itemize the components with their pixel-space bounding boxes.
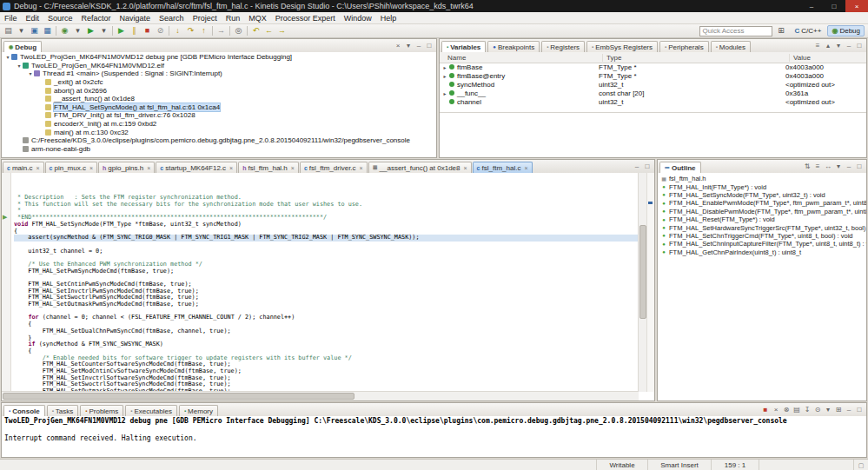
outline-item[interactable]: ● FTM_HAL_DisablePwmMode(FTM_Type*, ftm_… xyxy=(658,208,866,215)
ftmBase@entry[interactable]: ▸ ftmBase@entry FTM_Type * 0x4003a000 xyxy=(440,71,866,80)
outline-item[interactable]: ● FTM_HAL_Reset(FTM_Type*) : void xyxy=(658,215,866,223)
terminate-icon[interactable]: ■ xyxy=(141,25,154,36)
open-perspective-button[interactable]: ⊞ xyxy=(775,25,788,36)
channel[interactable]: channel uint32_t <optimized out> xyxy=(440,97,866,106)
collapse-all-icon[interactable]: ▴ xyxy=(823,42,833,50)
menu-item[interactable]: Processor Expert xyxy=(271,14,340,23)
column-name[interactable]: Name xyxy=(444,54,603,62)
forward-icon[interactable]: → xyxy=(275,25,288,36)
menu-item[interactable]: Help xyxy=(376,14,401,23)
run-icon[interactable]: ▶ xyxy=(84,25,97,36)
pin-console-icon[interactable]: ⊙ xyxy=(812,406,823,414)
view-menu-icon[interactable]: ▾ xyxy=(833,162,844,170)
menu-item[interactable]: File xyxy=(0,14,22,23)
progress-status-icon[interactable]: ▢ xyxy=(853,460,868,470)
editor-tab[interactable]: c pin_mux.c × xyxy=(45,162,97,173)
quick-access-input[interactable]: Quick Access xyxy=(699,26,772,36)
column-value[interactable]: Value xyxy=(790,54,866,62)
twisty-icon[interactable]: ▸ xyxy=(441,90,448,96)
maximize-button[interactable]: □ xyxy=(823,0,845,12)
view-tab[interactable]: ▪Tasks xyxy=(47,405,79,416)
suspend-icon[interactable]: ∥ xyxy=(128,25,141,36)
view-tab[interactable]: ▪Variables xyxy=(441,41,486,52)
debug-tree-item[interactable]: ▾ TwoLED_ProjGen_MK64FN1M0VMD12.elf xyxy=(2,62,436,70)
close-tab-icon[interactable]: × xyxy=(229,165,233,171)
debug-tree-item[interactable]: FTM_DRV_Init() at fsl_ftm_driver.c:76 0x… xyxy=(2,111,436,120)
editor-tab[interactable]: c fsl_ftm_hal.c × xyxy=(473,162,533,173)
minimize-icon[interactable]: – xyxy=(844,406,854,414)
save-all-icon[interactable]: ▦ xyxy=(41,25,54,36)
code-editor[interactable]: ▶ * Description : Sets the FTM register … xyxy=(2,173,654,400)
menu-item[interactable]: MQX xyxy=(244,14,271,23)
menu-item[interactable]: Window xyxy=(340,14,376,23)
console-output[interactable]: TwoLED_ProjGen_MK64FN1M0VMD12 debug pne … xyxy=(2,416,866,457)
close-tab-icon[interactable]: × xyxy=(524,165,527,171)
minimize-icon[interactable]: – xyxy=(844,42,854,50)
view-tab[interactable]: ▪Modules xyxy=(711,41,751,52)
minimize-icon[interactable]: – xyxy=(844,162,854,170)
view-tab[interactable]: ▪EmbSys Registers xyxy=(586,41,658,52)
minimize-icon[interactable]: – xyxy=(414,42,424,50)
twisty-icon[interactable]: ▸ xyxy=(441,73,448,79)
outline-item[interactable]: ▦ fsl_ftm_hal.h xyxy=(658,175,866,182)
resume-icon[interactable]: ▶ xyxy=(115,25,128,36)
maximize-icon[interactable]: □ xyxy=(854,162,865,170)
search-icon[interactable]: ◎ xyxy=(232,25,245,36)
editor-tab[interactable]: c fsl_ftm_driver.c × xyxy=(300,162,368,173)
back-icon[interactable]: ← xyxy=(262,25,275,36)
remove-all-terminated-icon[interactable]: × xyxy=(393,42,403,50)
remove-all-launches-icon[interactable]: ⊗ xyxy=(781,406,792,414)
editor-minimize-icon[interactable]: – xyxy=(632,162,642,170)
scrollbar-thumb[interactable] xyxy=(3,393,354,400)
menu-item[interactable]: Project xyxy=(189,14,222,23)
link-editor-icon[interactable]: ↔ xyxy=(823,162,833,170)
terminate-icon[interactable]: ■ xyxy=(760,406,771,414)
remove-launch-icon[interactable]: × xyxy=(771,406,781,414)
step-into-icon[interactable]: ↓ xyxy=(171,25,184,36)
new-dropdown-icon[interactable]: ▾ xyxy=(15,25,28,36)
editor-horizontal-scrollbar[interactable] xyxy=(2,391,639,400)
outline-item[interactable]: ● FTM_HAL_SetChnTriggerCmd(FTM_Type*, ui… xyxy=(658,232,866,240)
tab-outline[interactable]: ≔ Outline xyxy=(659,162,701,173)
view-tab[interactable]: ▪Peripherals xyxy=(659,41,709,52)
twisty-icon[interactable]: ▸ xyxy=(441,64,448,70)
debug-tree-item[interactable]: encoderX_Init() at m.c:159 0xbd2 xyxy=(2,120,436,129)
view-tab[interactable]: ▪Registers xyxy=(541,41,585,52)
menu-item[interactable]: Search xyxy=(155,14,189,23)
twisty-icon[interactable]: ▾ xyxy=(4,54,11,60)
scroll-lock-icon[interactable]: ↧ xyxy=(802,406,812,414)
step-over-icon[interactable]: ↷ xyxy=(184,25,197,36)
close-tab-icon[interactable]: × xyxy=(464,165,467,171)
run-dropdown-icon[interactable]: ▾ xyxy=(97,25,110,36)
view-menu-icon[interactable]: ▾ xyxy=(403,42,414,50)
debug-tree-item[interactable]: __assert_func() at 0x1de8 xyxy=(2,95,436,103)
save-icon[interactable]: ▣ xyxy=(28,25,41,36)
outline-item[interactable]: ● FTM_HAL_EnablePwmMode(FTM_Type*, ftm_p… xyxy=(658,199,866,207)
view-tab[interactable]: ●Breakpoints xyxy=(487,41,540,52)
close-tab-icon[interactable]: × xyxy=(147,165,150,171)
twisty-icon[interactable]: ▾ xyxy=(27,70,34,76)
editor-tab[interactable]: c startup_MK64F12.c × xyxy=(156,162,237,173)
menu-item[interactable]: Edit xyxy=(22,14,44,23)
outline-item[interactable]: ● FTM_HAL_GetChnPairIndex(uint8_t) : uin… xyxy=(658,248,866,256)
clear-console-icon[interactable]: ▤ xyxy=(792,406,802,414)
twisty-icon[interactable]: ▾ xyxy=(16,63,23,69)
outline-item[interactable]: ● FTM_HAL_SetChnInputCaptureFilter(FTM_T… xyxy=(658,240,866,248)
debug-tree-item[interactable]: _exit() at 0x2cfc xyxy=(2,78,436,87)
close-tab-icon[interactable]: × xyxy=(291,165,295,171)
tab-debug[interactable]: ◉ Debug xyxy=(3,41,42,52)
editor-tab[interactable]: ≣ __assert_func() at 0x1de8 × xyxy=(368,162,472,173)
debug-dropdown-icon[interactable]: ▾ xyxy=(71,25,84,36)
sort-icon[interactable]: ⇅ xyxy=(802,162,812,170)
syncMethod[interactable]: syncMethod uint32_t <optimized out> xyxy=(440,80,866,89)
debug-tree-item[interactable]: ▾ Thread #1 <main> (Suspended : Signal :… xyxy=(2,70,436,78)
debug-tree-item[interactable]: main() at m.c:130 0xc32 xyxy=(2,128,436,136)
perspective-cpp-button[interactable]: CC/C++ xyxy=(791,25,826,36)
menu-item[interactable]: Source xyxy=(43,14,77,23)
step-return-icon[interactable]: ↑ xyxy=(197,25,210,36)
editor-tab[interactable]: h gpio_pins.h × xyxy=(98,162,155,173)
last-edit-location-icon[interactable]: ↶ xyxy=(249,25,262,36)
close-tab-icon[interactable]: × xyxy=(36,165,39,171)
editor-gutter[interactable]: ▶ xyxy=(2,173,11,392)
outline-item[interactable]: ● FTM_HAL_Init(FTM_Type*) : void xyxy=(658,182,866,190)
